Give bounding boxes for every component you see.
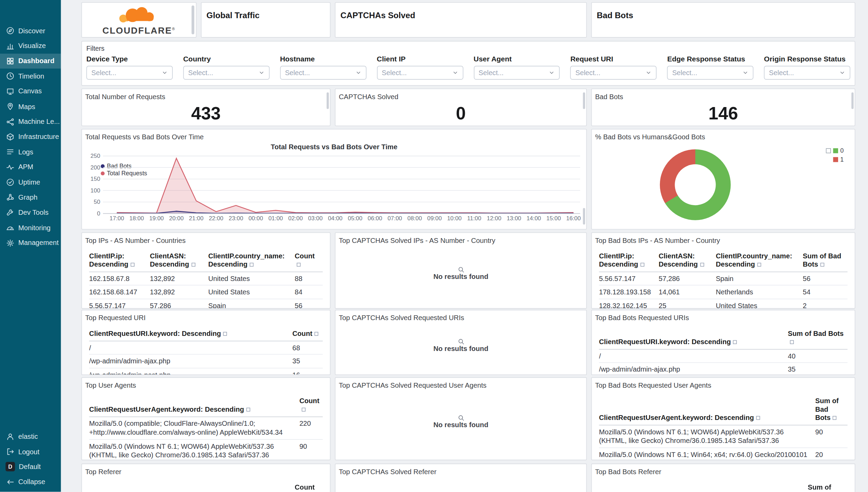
panel-title: Top Bad Bots Referer: [592, 464, 855, 476]
sidebar-item-visualize[interactable]: Visualize: [0, 38, 61, 54]
column-header[interactable]: Sum of Bad Bots: [808, 482, 848, 492]
column-header[interactable]: Count: [295, 250, 323, 272]
sort-caret-icon[interactable]: [820, 263, 824, 267]
panel-title: Top CAPTCHAs Solved Requested User Agent…: [335, 378, 586, 390]
sort-caret-icon[interactable]: [130, 263, 134, 267]
empty-text: No results found: [433, 345, 488, 353]
filter-select-hostname[interactable]: Select...: [280, 66, 366, 80]
sidebar-item-logs[interactable]: Logs: [0, 144, 61, 160]
column-header[interactable]: ClientRequestUserAgent.keyword: Descendi…: [599, 396, 815, 425]
sidebar-item-dashboard[interactable]: Dashboard: [0, 54, 61, 69]
sort-caret-icon[interactable]: [191, 263, 195, 267]
filter-select-client-ip[interactable]: Select...: [377, 66, 463, 80]
column-header[interactable]: ClientIP.ip: Descending: [89, 250, 150, 272]
cloudflare-cloud-icon: [98, 4, 181, 26]
legend-item[interactable]: 1: [826, 155, 844, 164]
svg-text:19:00: 19:00: [149, 215, 164, 222]
filter-select-country[interactable]: Select...: [183, 66, 269, 80]
table-row: /40: [599, 349, 847, 363]
table-cell: Mozilla/5.0 (Windows NT 6.1; Win64; x64;…: [599, 447, 815, 460]
sidebar-item-graph[interactable]: Graph: [0, 190, 61, 205]
panel-captcha-referer: Top CAPTCHAs Solved Referer: [335, 464, 587, 492]
sidebar-item-label: Dashboard: [18, 57, 54, 65]
sidebar-item-canvas[interactable]: Canvas: [0, 84, 61, 99]
sidebar-item-discover[interactable]: Discover: [0, 23, 61, 38]
column-header[interactable]: Count: [295, 482, 323, 492]
scrollbar-thumb[interactable]: [852, 92, 854, 109]
sidebar-item-timelion[interactable]: Timelion: [0, 69, 61, 84]
panel-title: Top IPs - AS Number - Countries: [82, 233, 330, 245]
sidebar-item-maps[interactable]: Maps: [0, 99, 61, 114]
column-header[interactable]: Sum of Bad Bots: [815, 396, 847, 425]
user-icon: [6, 432, 14, 441]
sidebar-item-infrastructure[interactable]: Infrastructure: [0, 129, 61, 144]
column-header[interactable]: ClientASN: Descending: [659, 250, 716, 272]
sidebar-item-logout[interactable]: Logout: [0, 444, 61, 459]
sidebar-item-default[interactable]: DDefault: [0, 459, 61, 475]
sort-caret-icon[interactable]: [700, 263, 704, 267]
filter-select-user-agent[interactable]: Select...: [473, 66, 560, 80]
donut-chart[interactable]: [660, 149, 731, 220]
sort-caret-icon[interactable]: [250, 263, 253, 267]
column-header[interactable]: ClientIP.ip: Descending: [599, 250, 659, 272]
legend-checkbox-icon: [826, 148, 831, 153]
sidebar-item-management[interactable]: Management: [0, 235, 61, 250]
sort-caret-icon[interactable]: [315, 332, 318, 336]
time-series-plot[interactable]: 05010015020025017:0018:0019:0020:0021:00…: [83, 152, 584, 225]
sidebar-item-dev-tools[interactable]: Dev Tools: [0, 205, 61, 220]
scrollbar-thumb[interactable]: [583, 208, 585, 224]
svg-text:15:00: 15:00: [546, 215, 561, 222]
sidebar-item-elastic[interactable]: elastic: [0, 429, 61, 444]
sort-caret-icon[interactable]: [833, 416, 836, 420]
column-header-label: ClientIP.country_name: Descending: [716, 252, 792, 268]
column-header[interactable]: [599, 482, 808, 492]
metric-value: 433: [82, 105, 330, 122]
sort-caret-icon[interactable]: [301, 408, 305, 411]
sidebar-item-machine-le[interactable]: Machine Le...: [0, 114, 61, 129]
sort-caret-icon[interactable]: [246, 408, 250, 411]
kibana-sidebar: DiscoverVisualizeDashboardTimelionCanvas…: [0, 0, 61, 492]
column-header[interactable]: Count: [299, 396, 323, 417]
filter-select-origin-response-status[interactable]: Select...: [764, 66, 850, 80]
svg-text:10:00: 10:00: [447, 215, 461, 222]
graph-icon: [6, 193, 14, 201]
filter-group-client-ip: Client IPSelect...: [377, 55, 463, 80]
column-header[interactable]: ClientIP.country_name: Descending: [716, 250, 803, 272]
no-results-icon: [458, 413, 464, 420]
scrollbar-thumb[interactable]: [583, 92, 585, 109]
sort-caret-icon[interactable]: [223, 332, 227, 336]
sort-caret-icon[interactable]: [640, 263, 644, 267]
filter-select-edge-response-status[interactable]: Select...: [667, 66, 753, 80]
column-header[interactable]: Sum of Bad Bots: [803, 250, 847, 272]
scrollbar-thumb[interactable]: [192, 5, 194, 34]
table-cell: 5.56.57.147: [89, 299, 150, 309]
column-header[interactable]: [89, 482, 295, 492]
sort-caret-icon[interactable]: [756, 416, 760, 420]
legend-item[interactable]: 0: [826, 146, 844, 155]
filter-select-device-type[interactable]: Select...: [87, 66, 173, 80]
sidebar-item-monitoring[interactable]: Monitoring: [0, 220, 61, 235]
panel-metric-captchas-solved: CAPTCHAs Solved 0: [335, 89, 587, 126]
panel-metric-total-requests: Total Number of Requests 433: [81, 89, 331, 126]
filter-select-request-uri[interactable]: Select...: [570, 66, 656, 80]
svg-text:18:00: 18:00: [129, 215, 144, 222]
svg-text:04:00: 04:00: [328, 215, 342, 222]
sidebar-item-collapse[interactable]: Collapse: [0, 475, 61, 490]
column-header[interactable]: Sum of Bad Bots: [788, 328, 848, 349]
column-header[interactable]: ClientIP.country_name: Descending: [208, 250, 295, 272]
sidebar-item-uptime[interactable]: Uptime: [0, 175, 61, 190]
filter-row: Device TypeSelect...CountrySelect...Host…: [82, 54, 855, 80]
scrollbar-thumb[interactable]: [327, 92, 329, 109]
column-header[interactable]: Count: [292, 328, 322, 341]
column-header[interactable]: ClientRequestURI.keyword: Descending: [599, 328, 788, 349]
column-header[interactable]: ClientRequestUserAgent.keyword: Descendi…: [89, 396, 299, 417]
column-header[interactable]: ClientRequestURI.keyword: Descending: [89, 328, 293, 341]
sort-caret-icon[interactable]: [790, 340, 794, 344]
filter-label: Request URI: [570, 55, 656, 63]
sidebar-item-apm[interactable]: APM: [0, 160, 61, 175]
svg-text:100: 100: [91, 187, 100, 194]
sort-caret-icon[interactable]: [757, 263, 761, 267]
sort-caret-icon[interactable]: [297, 263, 301, 267]
column-header[interactable]: ClientASN: Descending: [150, 250, 208, 272]
sort-caret-icon[interactable]: [733, 340, 737, 344]
